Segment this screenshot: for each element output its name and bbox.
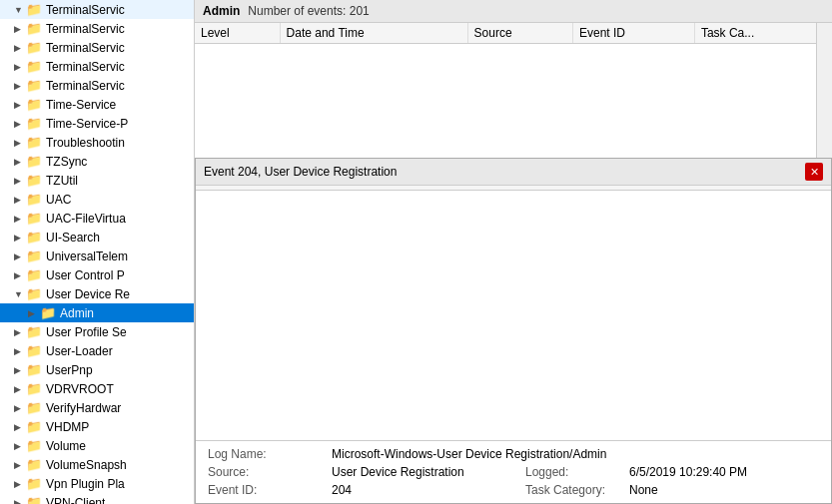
folder-icon: 📁 [26,135,42,150]
column-header-4[interactable]: Task Ca... [694,23,831,44]
sidebar-item-15[interactable]: ▼📁User Device Re [0,284,194,303]
sidebar-item-4[interactable]: ▶📁TerminalServic [0,76,194,95]
column-header-1[interactable]: Date and Time [280,23,467,44]
sidebar-item-label: TerminalServic [46,60,125,74]
sidebar-item-14[interactable]: ▶📁User Control P [0,265,194,284]
arrow-icon: ▶ [14,498,26,505]
message-content [196,191,831,440]
sidebar-item-12[interactable]: ▶📁UI-Search [0,228,194,247]
sidebar-item-label: UI-Search [46,231,100,245]
arrow-icon: ▶ [14,24,26,34]
sidebar-item-label: User Control P [46,268,125,282]
sidebar-item-0[interactable]: ▼📁TerminalServic [0,0,194,19]
sidebar-item-16[interactable]: ▶📁Admin [0,303,194,322]
arrow-icon: ▶ [14,479,26,489]
events-table: LevelDate and TimeSourceEvent IDTask Ca.… [195,23,832,44]
sidebar-item-label: VDRVROOT [46,382,114,396]
sidebar-item-label: Time-Service [46,98,116,112]
source-label: Source: [208,465,328,479]
sidebar-item-13[interactable]: ▶📁UniversalTelem [0,247,194,265]
folder-icon: 📁 [26,40,42,55]
sidebar-item-23[interactable]: ▶📁Volume [0,436,194,455]
sidebar-item-label: User-Loader [46,344,113,358]
arrow-icon: ▼ [14,5,26,15]
folder-icon: 📁 [26,400,42,415]
sidebar-item-26[interactable]: ▶📁VPN-Client [0,493,194,504]
folder-icon: 📁 [26,154,42,169]
sidebar-item-label: UserPnp [46,363,93,377]
sidebar-item-label: UAC [46,193,71,207]
header-title: Admin [203,4,240,18]
arrow-icon: ▶ [14,441,26,451]
sidebar-item-label: UAC-FileVirtua [46,212,126,226]
event-id-value: 204 [332,483,521,497]
sidebar-item-10[interactable]: ▶📁UAC [0,190,194,209]
arrow-icon: ▶ [14,43,26,53]
folder-icon: 📁 [26,381,42,396]
arrow-icon: ▶ [28,308,40,318]
header-bar: Admin Number of events: 201 [195,0,832,23]
column-header-3[interactable]: Event ID [573,23,695,44]
sidebar-item-7[interactable]: ▶📁Troubleshootin [0,133,194,152]
log-name-value: Microsoft-Windows-User Device Registrati… [332,447,819,461]
arrow-icon: ▶ [14,195,26,205]
sidebar-item-11[interactable]: ▶📁UAC-FileVirtua [0,209,194,228]
sidebar-item-21[interactable]: ▶📁VerifyHardwar [0,398,194,417]
arrow-icon: ▶ [14,214,26,224]
sidebar-item-label: TZUtil [46,174,78,188]
event-id-label: Event ID: [208,483,328,497]
folder-icon: 📁 [40,305,56,320]
folder-icon: 📁 [26,59,42,74]
sidebar-item-9[interactable]: ▶📁TZUtil [0,171,194,190]
folder-icon: 📁 [26,495,42,504]
arrow-icon: ▶ [14,176,26,186]
folder-icon: 📁 [26,476,42,491]
sidebar-item-1[interactable]: ▶📁TerminalServic [0,19,194,38]
folder-icon: 📁 [26,2,42,17]
events-table-area: LevelDate and TimeSourceEvent IDTask Ca.… [195,23,832,158]
sidebar-item-label: TerminalServic [46,3,125,17]
sidebar-item-20[interactable]: ▶📁VDRVROOT [0,379,194,398]
sidebar-item-3[interactable]: ▶📁TerminalServic [0,57,194,76]
sidebar-item-18[interactable]: ▶📁User-Loader [0,341,194,360]
arrow-icon: ▶ [14,270,26,280]
table-header-row: LevelDate and TimeSourceEvent IDTask Ca.… [195,23,832,44]
arrow-icon: ▶ [14,81,26,91]
arrow-icon: ▶ [14,138,26,148]
sidebar-item-5[interactable]: ▶📁Time-Service [0,95,194,114]
task-cat-label: Task Category: [525,483,625,497]
arrow-icon: ▶ [14,346,26,356]
column-header-0[interactable]: Level [195,23,280,44]
column-header-2[interactable]: Source [467,23,572,44]
folder-icon: 📁 [26,249,42,263]
sidebar-item-25[interactable]: ▶📁Vpn Plugin Pla [0,474,194,493]
sidebar-item-2[interactable]: ▶📁TerminalServic [0,38,194,57]
sidebar-item-label: Volume [46,439,86,453]
sidebar-item-8[interactable]: ▶📁TZSync [0,152,194,171]
arrow-icon: ▶ [14,327,26,337]
folder-icon: 📁 [26,267,42,282]
folder-icon: 📁 [26,192,42,207]
arrow-icon: ▶ [14,62,26,72]
footer-info: Log Name: Microsoft-Windows-User Device … [196,440,831,503]
arrow-icon: ▶ [14,403,26,413]
detail-dialog: Event 204, User Device Registration ✕ Lo… [195,158,832,504]
arrow-icon: ▶ [14,422,26,432]
sidebar-item-label: UniversalTelem [46,250,128,263]
sidebar-item-17[interactable]: ▶📁User Profile Se [0,322,194,341]
folder-icon: 📁 [26,78,42,93]
sidebar-item-label: Troubleshootin [46,136,125,150]
sidebar-item-6[interactable]: ▶📁Time-Service-P [0,114,194,133]
sidebar-item-22[interactable]: ▶📁VHDMP [0,417,194,436]
sidebar-item-label: VolumeSnapsh [46,458,127,472]
folder-icon: 📁 [26,211,42,226]
folder-icon: 📁 [26,230,42,245]
sidebar-item-19[interactable]: ▶📁UserPnp [0,360,194,379]
folder-icon: 📁 [26,21,42,36]
sidebar-item-24[interactable]: ▶📁VolumeSnapsh [0,455,194,474]
close-button[interactable]: ✕ [805,163,823,181]
sidebar-item-label: Time-Service-P [46,117,128,131]
scrollbar[interactable] [816,23,832,158]
arrow-icon: ▶ [14,252,26,261]
main-panel: Admin Number of events: 201 LevelDate an… [195,0,832,504]
